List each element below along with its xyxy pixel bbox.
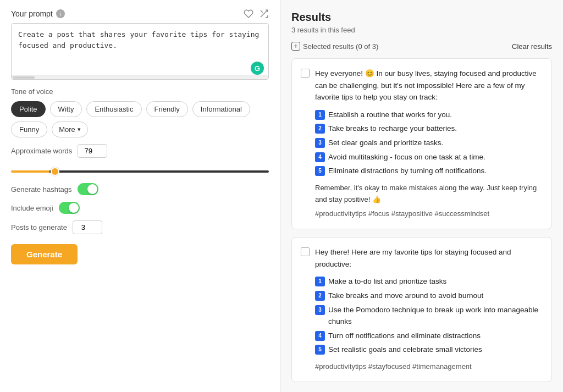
numbered-list-1: 1 Establish a routine that works for you… [315, 109, 543, 177]
result-intro-1: Hey everyone! 😊 In our busy lives, stayi… [315, 68, 543, 103]
num-badge: 5 [315, 345, 325, 355]
generate-button[interactable]: Generate [11, 244, 78, 264]
clear-results-button[interactable]: Clear results [512, 42, 552, 51]
words-slider-wrapper [11, 165, 269, 174]
tone-buttons-row2: Funny More [11, 122, 269, 137]
tone-witty[interactable]: Witty [50, 101, 82, 117]
result-outro-1: Remember, it's okay to make mistakes alo… [315, 184, 537, 203]
emoji-row: Include emoji [11, 202, 269, 214]
prompt-title: Your prompt i [11, 9, 65, 18]
list-item-text: Take breaks and move around to avoid bur… [328, 290, 483, 302]
prompt-textarea[interactable]: Create a post that shares your favorite … [12, 24, 268, 73]
result-card-2: Hey there! Here are my favorite tips for… [291, 237, 552, 382]
list-item-text: Establish a routine that works for you. [328, 109, 452, 121]
list-item-text: Set clear goals and prioritize tasks. [328, 137, 443, 149]
hashtags-row: Generate hashtags [11, 183, 269, 195]
list-item: 1 Make a to-do list and prioritize tasks [315, 275, 543, 288]
list-item-text: Eliminate distractions by turning off no… [328, 165, 487, 177]
tone-more[interactable]: More [52, 122, 88, 137]
result-content-1: Hey everyone! 😊 In our busy lives, stayi… [315, 68, 543, 220]
list-item-text: Take breaks to recharge your batteries. [328, 123, 457, 135]
tone-label: Tone of voice [11, 87, 269, 96]
checkbox-col-1 [301, 68, 310, 220]
result-hashtags-1: #productivitytips #focus #staypositive #… [315, 208, 543, 220]
result-card-1-inner: Hey everyone! 😊 In our busy lives, stayi… [301, 68, 543, 220]
hashtags-label: Generate hashtags [11, 185, 72, 194]
approx-words-input[interactable] [78, 144, 107, 158]
list-item-text: Set realistic goals and celebrate small … [328, 344, 482, 356]
left-panel: Your prompt i Create a post that shares … [0, 0, 280, 392]
approx-words-label: Approximate words [11, 147, 72, 155]
emoji-toggle[interactable] [59, 202, 80, 214]
heart-icon[interactable] [244, 9, 253, 19]
horizontal-scrollbar[interactable] [12, 75, 268, 79]
posts-input[interactable] [73, 220, 102, 234]
list-item-text: Avoid multitasking - focus on one task a… [328, 151, 485, 163]
list-item: 3 Use the Pomodoro technique to break up… [315, 304, 543, 328]
tone-polite[interactable]: Polite [11, 101, 46, 117]
list-item-text: Make a to-do list and prioritize tasks [328, 275, 446, 288]
selected-label[interactable]: + Selected results (0 of 3) [291, 42, 378, 51]
result-hashtags-2: #productivitytips #stayfocused #timemana… [315, 361, 543, 373]
tone-friendly[interactable]: Friendly [146, 101, 188, 117]
list-item: 2 Take breaks and move around to avoid b… [315, 290, 543, 302]
hashtags-toggle[interactable] [78, 183, 98, 195]
shuffle-icon[interactable] [259, 9, 269, 19]
list-item: 3 Set clear goals and prioritize tasks. [315, 137, 543, 149]
svg-line-1 [261, 10, 263, 13]
prompt-textarea-wrapper: Create a post that shares your favorite … [11, 23, 269, 80]
numbered-list-2: 1 Make a to-do list and prioritize tasks… [315, 275, 543, 356]
tone-buttons: Polite Witty Enthusiastic Friendly Infor… [11, 101, 269, 117]
num-badge: 1 [315, 277, 325, 286]
approx-words-row: Approximate words [11, 144, 269, 158]
result-intro-2: Hey there! Here are my favorite tips for… [315, 246, 543, 270]
selected-label-text: Selected results (0 of 3) [303, 42, 378, 51]
result-content-2: Hey there! Here are my favorite tips for… [315, 246, 543, 373]
result-card-2-inner: Hey there! Here are my favorite tips for… [301, 246, 543, 373]
prompt-header: Your prompt i [11, 9, 269, 19]
list-item: 5 Eliminate distractions by turning off … [315, 165, 543, 177]
results-count: 3 results in this feed [291, 26, 552, 34]
posts-label: Posts to generate [11, 223, 67, 231]
results-toolbar: + Selected results (0 of 3) Clear result… [291, 42, 552, 51]
grammarly-icon[interactable]: G [251, 62, 264, 75]
num-badge: 1 [315, 110, 325, 120]
result-checkbox-1[interactable] [301, 69, 310, 78]
list-item-text: Use the Pomodoro technique to break up w… [328, 304, 543, 328]
tone-funny[interactable]: Funny [11, 122, 47, 137]
list-item: 4 Turn off notifications and eliminate d… [315, 330, 543, 342]
result-card-1: Hey everyone! 😊 In our busy lives, stayi… [291, 58, 552, 229]
plus-icon: + [291, 42, 300, 51]
num-badge: 2 [315, 124, 325, 134]
info-icon[interactable]: i [56, 9, 65, 18]
num-badge: 5 [315, 166, 325, 176]
checkbox-col-2 [301, 246, 310, 373]
list-item: 4 Avoid multitasking - focus on one task… [315, 151, 543, 163]
posts-row: Posts to generate [11, 220, 269, 234]
num-badge: 4 [315, 331, 325, 341]
list-item: 1 Establish a routine that works for you… [315, 109, 543, 121]
tone-informational[interactable]: Informational [192, 101, 250, 117]
results-title: Results [291, 11, 552, 24]
list-item-text: Turn off notifications and eliminate dis… [328, 330, 481, 342]
list-item: 5 Set realistic goals and celebrate smal… [315, 344, 543, 356]
words-slider[interactable] [11, 170, 269, 173]
scrollbar-thumb [13, 76, 35, 79]
list-item: 2 Take breaks to recharge your batteries… [315, 123, 543, 135]
prompt-title-text: Your prompt [11, 9, 53, 18]
num-badge: 4 [315, 152, 325, 162]
result-footer-1: Remember, it's okay to make mistakes alo… [315, 183, 543, 220]
result-checkbox-2[interactable] [301, 247, 310, 256]
num-badge: 3 [315, 138, 325, 148]
num-badge: 2 [315, 291, 325, 301]
prompt-actions [244, 9, 269, 19]
right-panel: Results 3 results in this feed + Selecte… [280, 0, 563, 392]
emoji-label: Include emoji [11, 204, 53, 212]
tone-enthusiastic[interactable]: Enthusiastic [86, 101, 141, 117]
num-badge: 3 [315, 305, 325, 315]
